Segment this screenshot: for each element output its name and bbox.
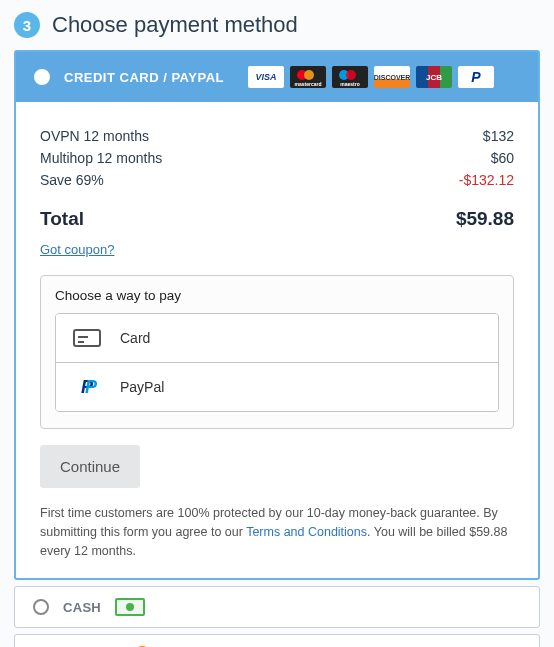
- total-value: $59.88: [456, 208, 514, 230]
- discover-icon: DISCOVER: [374, 66, 410, 88]
- radio-credit[interactable]: [34, 69, 50, 85]
- pay-method-box: Choose a way to pay Card PP PayPal: [40, 275, 514, 429]
- step-number-badge: 3: [14, 12, 40, 38]
- radio-cash[interactable]: [33, 599, 49, 615]
- step-header: 3 Choose payment method: [14, 12, 540, 38]
- pay-choice-card[interactable]: Card: [56, 314, 498, 362]
- total-label: Total: [40, 208, 84, 230]
- card-icon: [72, 328, 102, 348]
- terms-link[interactable]: Terms and Conditions: [246, 525, 367, 539]
- cash-tab[interactable]: CASH: [14, 586, 540, 628]
- pay-choice-paypal[interactable]: PP PayPal: [56, 362, 498, 411]
- credit-card-panel: CREDIT CARD / PAYPAL VISA mastercard mae…: [14, 50, 540, 580]
- payment-body: OVPN 12 months $132 Multihop 12 months $…: [16, 102, 538, 578]
- pay-choices: Card PP PayPal: [55, 313, 499, 412]
- maestro-icon: maestro: [332, 66, 368, 88]
- cash-label: CASH: [63, 600, 101, 615]
- page-title: Choose payment method: [52, 12, 298, 38]
- pay-choice-label: PayPal: [120, 379, 164, 395]
- fine-print: First time customers are 100% protected …: [40, 504, 514, 560]
- line-item-discount: Save 69% -$132.12: [40, 172, 514, 188]
- cash-icon: [115, 598, 145, 616]
- line-item-label: Save 69%: [40, 172, 104, 188]
- pay-box-title: Choose a way to pay: [55, 288, 499, 303]
- credit-tab-label: CREDIT CARD / PAYPAL: [64, 70, 224, 85]
- bitcoin-tab[interactable]: BITCOIN ₿bitcoin: [14, 634, 540, 647]
- line-item-value: -$132.12: [459, 172, 514, 188]
- line-item: Multihop 12 months $60: [40, 150, 514, 166]
- continue-button[interactable]: Continue: [40, 445, 140, 488]
- line-item-label: OVPN 12 months: [40, 128, 149, 144]
- mastercard-icon: mastercard: [290, 66, 326, 88]
- total-row: Total $59.88: [40, 208, 514, 230]
- jcb-icon: JCB: [416, 66, 452, 88]
- line-item: OVPN 12 months $132: [40, 128, 514, 144]
- line-item-label: Multihop 12 months: [40, 150, 162, 166]
- credit-card-tab[interactable]: CREDIT CARD / PAYPAL VISA mastercard mae…: [16, 52, 538, 102]
- paypal-icon: P: [458, 66, 494, 88]
- pay-choice-label: Card: [120, 330, 150, 346]
- visa-icon: VISA: [248, 66, 284, 88]
- coupon-link[interactable]: Got coupon?: [40, 242, 114, 257]
- card-brand-icons: VISA mastercard maestro DISCOVER JCB P: [248, 66, 494, 88]
- paypal-logo-icon: PP: [72, 377, 102, 397]
- line-item-value: $132: [483, 128, 514, 144]
- line-item-value: $60: [491, 150, 514, 166]
